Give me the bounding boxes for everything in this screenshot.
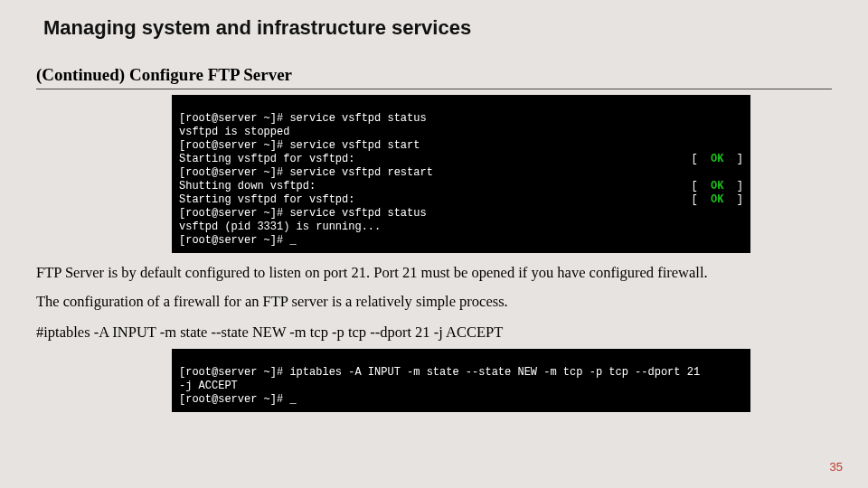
terminal-output-1: [root@server ~]# service vsftpd status v… [172,95,750,253]
term-line-status: Shutting down vsftpd:[ OK ] [179,180,743,193]
term-text: Starting vsftpd for vsftpd: [179,153,354,166]
term-line: [root@server ~]# service vsftpd status [179,207,427,220]
term-line-status: Starting vsftpd for vsftpd:[ OK ] [179,153,743,166]
status-ok: OK [711,153,723,165]
term-line-status: Starting vsftpd for vsftpd:[ OK ] [179,193,743,207]
term-line: [root@server ~]# service vsftpd restart [179,166,433,179]
term-text: Starting vsftpd for vsftpd: [179,193,354,207]
slide: Managing system and infrastructure servi… [0,0,868,488]
terminal-output-2: [root@server ~]# iptables -A INPUT -m st… [172,349,750,412]
body-paragraph-2: The configuration of a firewall for an F… [36,291,832,313]
term-line: [root@server ~]# _ [179,393,297,406]
term-line: vsftpd (pid 3331) is running... [179,221,381,233]
term-line: [root@server ~]# service vsftpd start [179,139,420,152]
bracket: ] [723,193,743,206]
term-text: Shutting down vsftpd: [179,180,316,193]
iptables-command: #iptables -A INPUT -m state --state NEW … [36,324,832,342]
term-line: [root@server ~]# iptables -A INPUT -m st… [179,366,700,379]
bracket: [ [691,193,711,206]
page-number: 35 [830,460,843,474]
term-line: -j ACCEPT [179,380,238,392]
bracket: ] [723,180,743,192]
bracket: ] [723,153,743,165]
term-line: [root@server ~]# service vsftpd status [179,112,427,125]
section-subtitle: (Continued) Configure FTP Server [36,65,832,89]
bracket: [ [691,180,711,192]
term-status: [ OK ] [691,180,743,193]
term-line: [root@server ~]# _ [179,234,297,247]
status-ok: OK [711,193,723,206]
term-line: vsftpd is stopped [179,126,289,138]
page-title: Managing system and infrastructure servi… [43,16,832,40]
term-status: [ OK ] [691,153,743,166]
bracket: [ [691,153,711,165]
term-status: [ OK ] [691,193,743,207]
status-ok: OK [711,180,723,192]
body-paragraph-1: FTP Server is by default configured to l… [36,262,832,284]
